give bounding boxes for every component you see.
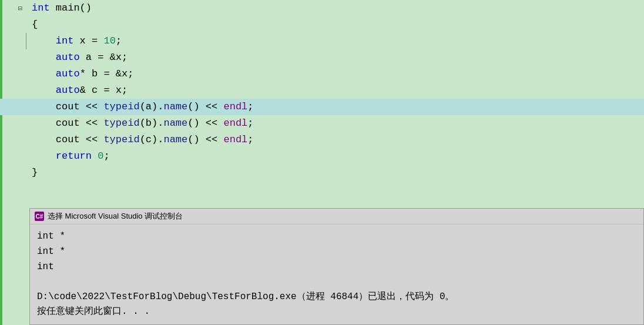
- code-content-2: {: [29, 16, 644, 33]
- console-line-5: D:\code\2022\TestForBlog\Debug\TestForBl…: [37, 290, 636, 305]
- code-line-4: auto a = &x;: [0, 49, 644, 66]
- code-line-1: ⊟ int main(): [0, 0, 644, 16]
- code-content-5: auto* b = &x;: [29, 66, 644, 82]
- console-window[interactable]: C# 选择 Microsoft Visual Studio 调试控制台 int …: [29, 208, 644, 325]
- code-line-2: {: [0, 16, 644, 33]
- code-section: ⊟ int main() { int x = 10; auto a = &x; …: [0, 0, 644, 181]
- console-icon-label: C#: [36, 213, 43, 220]
- code-content-8: cout << typeid(b).name() << endl;: [29, 115, 644, 132]
- code-line-11: }: [0, 165, 644, 181]
- console-titlebar: C# 选择 Microsoft Visual Studio 调试控制台: [30, 209, 643, 225]
- code-content-1: int main(): [29, 0, 644, 16]
- code-content-7: cout << typeid(a).name() << endl;: [29, 99, 644, 115]
- code-content-4: auto a = &x;: [29, 49, 644, 66]
- console-line-4: [37, 274, 636, 290]
- code-content-11: }: [29, 165, 644, 181]
- code-line-10: return 0;: [0, 148, 644, 165]
- code-line-9: cout << typeid(c).name() << endl;: [0, 132, 644, 148]
- console-line-3: int: [37, 260, 636, 275]
- code-content-3: int x = 10;: [29, 33, 644, 49]
- code-line-8: cout << typeid(b).name() << endl;: [0, 115, 644, 132]
- code-line-5: auto* b = &x;: [0, 66, 644, 82]
- console-title: 选择 Microsoft Visual Studio 调试控制台: [48, 211, 183, 222]
- code-content-9: cout << typeid(c).name() << endl;: [29, 132, 644, 148]
- editor-area: ⊟ int main() { int x = 10; auto a = &x; …: [0, 0, 644, 325]
- code-content-6: auto& c = x;: [29, 82, 644, 99]
- console-body: int * int * int D:\code\2022\TestForBlog…: [30, 225, 643, 324]
- code-content-10: return 0;: [29, 148, 644, 165]
- code-line-7: cout << typeid(a).name() << endl;: [0, 99, 644, 115]
- console-icon: C#: [35, 212, 44, 221]
- code-line-6: auto& c = x;: [0, 82, 644, 99]
- gutter-1: ⊟: [0, 4, 29, 13]
- console-line-2: int *: [37, 244, 636, 260]
- collapse-icon[interactable]: ⊟: [18, 4, 22, 13]
- code-line-3: int x = 10;: [0, 33, 644, 49]
- console-line-6: 按任意键关闭此窗口. . .: [37, 304, 636, 320]
- console-line-1: int *: [37, 229, 636, 244]
